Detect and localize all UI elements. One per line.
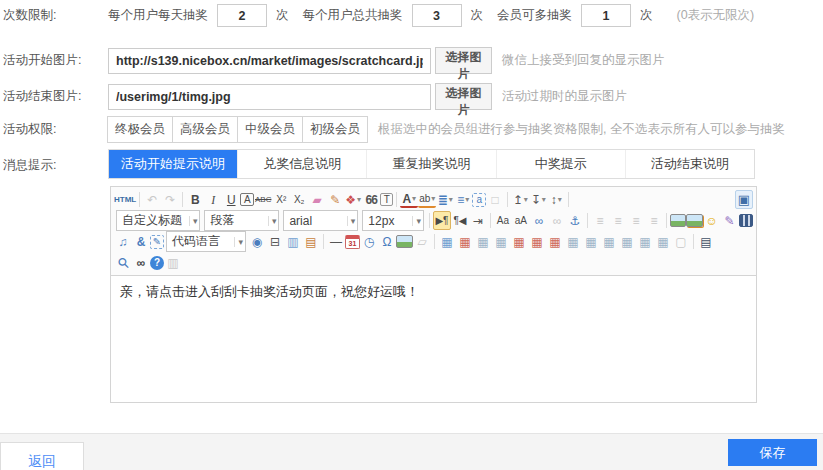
align-right-icon[interactable]: ≡	[627, 211, 645, 230]
member-junior-button[interactable]: 初级会员	[302, 116, 368, 143]
member-group: 终极会员 高级会员 中级会员 初级会员	[108, 116, 368, 143]
line-height-icon[interactable]: ↕	[547, 190, 565, 209]
horizontal-rule-icon[interactable]: —	[327, 232, 345, 251]
time-icon[interactable]: ◷	[360, 232, 378, 251]
italic-icon[interactable]: I	[204, 190, 222, 209]
anchor-text-icon[interactable]: a	[472, 193, 486, 207]
insert-col-icon[interactable]: ▦	[582, 232, 600, 251]
toolbar-separator	[429, 213, 430, 228]
align-center-icon[interactable]: ≡	[609, 211, 627, 230]
blank-page-icon[interactable]: □	[486, 190, 504, 209]
indent-icon[interactable]: ⇥	[469, 211, 487, 230]
tab-redeem-info[interactable]: 兑奖信息说明	[237, 150, 366, 178]
print-icon[interactable]: ▤	[697, 232, 715, 251]
delete-col-icon[interactable]: ▦	[618, 232, 636, 251]
merge-down-icon[interactable]: ▦	[528, 232, 546, 251]
paragraph-format-dropdown[interactable]: 段落	[204, 210, 279, 231]
format-painter-icon[interactable]: ✎	[326, 190, 344, 209]
back-button[interactable]: 返回	[0, 442, 84, 470]
ordered-list-icon[interactable]: ≣	[436, 190, 454, 209]
unlink-icon[interactable]: ∞	[548, 211, 566, 230]
tab-repeat-draw[interactable]: 重复抽奖说明	[366, 150, 495, 178]
paste-icon[interactable]: ▥	[164, 253, 182, 272]
limit-field-suffix: 次	[640, 7, 653, 24]
undo-icon[interactable]: ↶	[143, 190, 161, 209]
unordered-list-icon[interactable]: ≡	[454, 190, 472, 209]
anchor-icon[interactable]: ⚓	[566, 211, 584, 230]
subscript-icon[interactable]: X₂	[290, 190, 308, 209]
tab-win-tip[interactable]: 中奖提示	[496, 150, 625, 178]
lowercase-icon[interactable]: aA	[512, 211, 530, 230]
split-cells-icon[interactable]: ▦	[546, 232, 564, 251]
end-image-pick-button[interactable]: 选择图片	[435, 83, 492, 110]
align-left-icon[interactable]: ≡	[591, 211, 609, 230]
member-intermediate-button[interactable]: 中级会员	[237, 116, 303, 143]
scrawl-icon[interactable]: ✎	[721, 211, 739, 230]
start-image-url-input[interactable]	[108, 48, 431, 74]
uppercase-icon[interactable]: Aa	[494, 211, 512, 230]
fullscreen-icon[interactable]: ▣	[735, 190, 753, 209]
superscript-icon[interactable]: X²	[272, 190, 290, 209]
snapshot-icon[interactable]: ▱	[413, 232, 431, 251]
table-caption-icon[interactable]: ▦	[474, 232, 492, 251]
insert-table-icon[interactable]: ▦	[438, 232, 456, 251]
underline-icon[interactable]: U	[222, 190, 240, 209]
font-color-icon[interactable]: A	[400, 192, 418, 208]
merge-right-icon[interactable]: ▦	[510, 232, 528, 251]
member-extra-draw-count-input[interactable]	[581, 4, 631, 27]
music-icon[interactable]: ♫	[114, 232, 132, 251]
tab-activity-start-tip[interactable]: 活动开始提示说明	[109, 150, 237, 178]
split-to-rows-icon[interactable]: ▦	[654, 232, 672, 251]
autotypeset-icon[interactable]: ❖	[344, 190, 362, 209]
daily-draw-count-input[interactable]	[217, 4, 267, 27]
image-icon[interactable]	[670, 214, 686, 227]
attachment-icon[interactable]: &	[132, 232, 150, 251]
end-image-url-input[interactable]	[108, 84, 431, 110]
link-icon[interactable]: ∞	[530, 211, 548, 230]
font-family-dropdown[interactable]: arial	[283, 210, 358, 231]
align-justify-icon[interactable]: ≡	[645, 211, 663, 230]
baidu-map-icon[interactable]	[396, 235, 413, 248]
paragraph-space-top-icon[interactable]: ↥	[511, 190, 529, 209]
iframe-icon[interactable]: ▥	[284, 232, 302, 251]
blockquote-icon[interactable]: 66	[362, 190, 380, 209]
insert-title-row-icon[interactable]: ▦	[492, 232, 510, 251]
date-icon[interactable]: 31	[345, 235, 360, 249]
total-draw-count-input[interactable]	[412, 4, 462, 27]
paragraph-space-bottom-icon[interactable]: ↧	[529, 190, 547, 209]
merge-cells-icon[interactable]: ▦	[636, 232, 654, 251]
member-senior-button[interactable]: 高级会员	[172, 116, 238, 143]
app-icon[interactable]: ◉	[248, 232, 266, 251]
bold-icon[interactable]: B	[186, 190, 204, 209]
remove-format-icon[interactable]: ▰	[308, 190, 326, 209]
delete-row-icon[interactable]: ▦	[600, 232, 618, 251]
paste-text-icon[interactable]: T	[380, 193, 393, 206]
redo-icon[interactable]: ↷	[161, 190, 179, 209]
custom-title-dropdown[interactable]: 自定义标题	[116, 210, 200, 231]
save-button[interactable]: 保存	[728, 439, 817, 466]
background-color-icon[interactable]: ab	[418, 192, 436, 208]
rtl-icon[interactable]: ¶◀	[451, 211, 469, 230]
help-icon[interactable]: ?	[150, 256, 164, 270]
pagebreak-icon[interactable]: ⊟	[266, 232, 284, 251]
template-icon[interactable]: ▤	[302, 232, 320, 251]
member-ultimate-button[interactable]: 终极会员	[107, 116, 173, 143]
insert-row-icon[interactable]: ▦	[564, 232, 582, 251]
doc-icon[interactable]: ▢	[672, 232, 690, 251]
html-source-button[interactable]: HTML	[114, 190, 136, 209]
font-size-dropdown[interactable]: 12px	[362, 210, 424, 231]
tab-activity-end[interactable]: 活动结束说明	[625, 150, 754, 178]
ltr-icon[interactable]: ▶¶	[433, 211, 451, 230]
special-chars-icon[interactable]: Ω	[378, 232, 396, 251]
video-icon[interactable]	[739, 214, 753, 227]
insert-code-icon[interactable]: ✎	[150, 235, 164, 249]
emoticon-icon[interactable]: ☺	[703, 211, 721, 230]
editor-content[interactable]: 亲，请点击进入刮刮卡抽奖活动页面，祝您好运哦！	[111, 276, 756, 402]
image-manager-icon[interactable]	[686, 214, 702, 227]
strikethrough-icon[interactable]: ABC	[254, 190, 272, 209]
delete-table-icon[interactable]: ▦	[456, 232, 474, 251]
code-language-dropdown[interactable]: 代码语言	[166, 231, 246, 252]
border-text-icon[interactable]: A	[240, 193, 254, 206]
start-image-pick-button[interactable]: 选择图片	[435, 47, 492, 74]
end-image-label: 活动结束图片:	[0, 88, 108, 105]
